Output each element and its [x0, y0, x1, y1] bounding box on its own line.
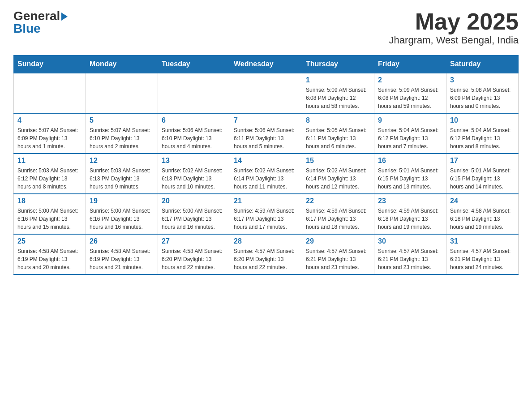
calendar-header-tuesday: Tuesday	[158, 56, 230, 73]
calendar-cell: 21Sunrise: 4:59 AM Sunset: 6:17 PM Dayli…	[230, 194, 302, 234]
day-number: 10	[450, 116, 515, 124]
calendar-cell: 5Sunrise: 5:07 AM Sunset: 6:10 PM Daylig…	[86, 113, 158, 154]
calendar-cell: 3Sunrise: 5:08 AM Sunset: 6:09 PM Daylig…	[446, 73, 519, 113]
calendar-header-row: SundayMondayTuesdayWednesdayThursdayFrid…	[14, 56, 519, 73]
calendar-cell: 11Sunrise: 5:03 AM Sunset: 6:12 PM Dayli…	[14, 154, 86, 194]
day-info: Sunrise: 5:02 AM Sunset: 6:14 PM Dayligh…	[234, 167, 298, 191]
calendar-header-thursday: Thursday	[302, 56, 374, 73]
calendar-cell: 8Sunrise: 5:05 AM Sunset: 6:11 PM Daylig…	[302, 113, 374, 154]
day-number: 2	[378, 76, 442, 84]
calendar-cell: 30Sunrise: 4:57 AM Sunset: 6:21 PM Dayli…	[374, 234, 446, 274]
day-number: 5	[90, 116, 154, 124]
calendar-cell: 23Sunrise: 4:59 AM Sunset: 6:18 PM Dayli…	[374, 194, 446, 234]
day-info: Sunrise: 5:04 AM Sunset: 6:12 PM Dayligh…	[450, 126, 515, 150]
calendar-cell: 6Sunrise: 5:06 AM Sunset: 6:10 PM Daylig…	[158, 113, 230, 154]
day-number: 29	[306, 237, 370, 245]
day-info: Sunrise: 4:59 AM Sunset: 6:17 PM Dayligh…	[306, 207, 370, 231]
day-info: Sunrise: 4:58 AM Sunset: 6:20 PM Dayligh…	[162, 247, 226, 271]
day-number: 9	[378, 116, 442, 124]
calendar-cell: 19Sunrise: 5:00 AM Sunset: 6:16 PM Dayli…	[86, 194, 158, 234]
day-number: 6	[162, 116, 226, 124]
calendar-cell: 14Sunrise: 5:02 AM Sunset: 6:14 PM Dayli…	[230, 154, 302, 194]
calendar-week-row-4: 18Sunrise: 5:00 AM Sunset: 6:16 PM Dayli…	[14, 194, 519, 234]
location-subtitle: Jhargram, West Bengal, India	[389, 34, 519, 46]
day-number: 18	[17, 197, 82, 205]
day-info: Sunrise: 5:03 AM Sunset: 6:12 PM Dayligh…	[17, 167, 82, 191]
day-number: 20	[162, 197, 226, 205]
calendar-cell	[14, 73, 86, 113]
calendar-cell: 1Sunrise: 5:09 AM Sunset: 6:08 PM Daylig…	[302, 73, 374, 113]
day-number: 15	[306, 157, 370, 165]
day-number: 31	[450, 237, 515, 245]
day-number: 11	[17, 157, 82, 165]
day-info: Sunrise: 5:06 AM Sunset: 6:11 PM Dayligh…	[234, 126, 298, 150]
day-number: 19	[90, 197, 154, 205]
calendar-cell: 24Sunrise: 4:58 AM Sunset: 6:18 PM Dayli…	[446, 194, 519, 234]
day-number: 25	[17, 237, 82, 245]
day-number: 22	[306, 197, 370, 205]
calendar-cell: 15Sunrise: 5:02 AM Sunset: 6:14 PM Dayli…	[302, 154, 374, 194]
month-year-title: May 2025	[389, 9, 519, 34]
day-info: Sunrise: 4:59 AM Sunset: 6:18 PM Dayligh…	[378, 207, 442, 231]
day-number: 30	[378, 237, 442, 245]
day-info: Sunrise: 5:09 AM Sunset: 6:08 PM Dayligh…	[306, 86, 370, 110]
day-info: Sunrise: 4:58 AM Sunset: 6:19 PM Dayligh…	[17, 247, 82, 271]
day-info: Sunrise: 4:58 AM Sunset: 6:19 PM Dayligh…	[90, 247, 154, 271]
day-number: 3	[450, 76, 515, 84]
calendar-cell: 4Sunrise: 5:07 AM Sunset: 6:09 PM Daylig…	[14, 113, 86, 154]
day-info: Sunrise: 4:57 AM Sunset: 6:21 PM Dayligh…	[378, 247, 442, 271]
day-number: 8	[306, 116, 370, 124]
day-info: Sunrise: 5:03 AM Sunset: 6:13 PM Dayligh…	[90, 167, 154, 191]
day-number: 16	[378, 157, 442, 165]
calendar-cell	[158, 73, 230, 113]
calendar-header-friday: Friday	[374, 56, 446, 73]
day-info: Sunrise: 4:58 AM Sunset: 6:18 PM Dayligh…	[450, 207, 515, 231]
calendar-cell: 26Sunrise: 4:58 AM Sunset: 6:19 PM Dayli…	[86, 234, 158, 274]
day-info: Sunrise: 4:57 AM Sunset: 6:21 PM Dayligh…	[450, 247, 515, 271]
calendar-cell: 20Sunrise: 5:00 AM Sunset: 6:17 PM Dayli…	[158, 194, 230, 234]
calendar-header-wednesday: Wednesday	[230, 56, 302, 73]
day-number: 14	[234, 157, 298, 165]
calendar-week-row-1: 1Sunrise: 5:09 AM Sunset: 6:08 PM Daylig…	[14, 73, 519, 113]
day-info: Sunrise: 4:57 AM Sunset: 6:20 PM Dayligh…	[234, 247, 298, 271]
calendar-cell: 2Sunrise: 5:09 AM Sunset: 6:08 PM Daylig…	[374, 73, 446, 113]
day-info: Sunrise: 5:09 AM Sunset: 6:08 PM Dayligh…	[378, 86, 442, 110]
calendar-header-monday: Monday	[86, 56, 158, 73]
day-number: 12	[90, 157, 154, 165]
calendar-cell: 10Sunrise: 5:04 AM Sunset: 6:12 PM Dayli…	[446, 113, 519, 154]
day-number: 1	[306, 76, 370, 84]
day-number: 24	[450, 197, 515, 205]
day-info: Sunrise: 5:07 AM Sunset: 6:10 PM Dayligh…	[90, 126, 154, 150]
day-number: 7	[234, 116, 298, 124]
day-info: Sunrise: 5:06 AM Sunset: 6:10 PM Dayligh…	[162, 126, 226, 150]
calendar-cell: 9Sunrise: 5:04 AM Sunset: 6:12 PM Daylig…	[374, 113, 446, 154]
calendar-header-saturday: Saturday	[446, 56, 519, 73]
day-number: 13	[162, 157, 226, 165]
calendar-header-sunday: Sunday	[14, 56, 86, 73]
title-section: May 2025 Jhargram, West Bengal, India	[389, 9, 519, 46]
logo-blue-text: Blue	[13, 21, 41, 35]
calendar-cell: 31Sunrise: 4:57 AM Sunset: 6:21 PM Dayli…	[446, 234, 519, 274]
day-info: Sunrise: 5:01 AM Sunset: 6:15 PM Dayligh…	[450, 167, 515, 191]
day-info: Sunrise: 5:00 AM Sunset: 6:17 PM Dayligh…	[162, 207, 226, 231]
day-info: Sunrise: 4:59 AM Sunset: 6:17 PM Dayligh…	[234, 207, 298, 231]
day-number: 26	[90, 237, 154, 245]
calendar-week-row-3: 11Sunrise: 5:03 AM Sunset: 6:12 PM Dayli…	[14, 154, 519, 194]
day-info: Sunrise: 5:00 AM Sunset: 6:16 PM Dayligh…	[17, 207, 82, 231]
day-info: Sunrise: 5:04 AM Sunset: 6:12 PM Dayligh…	[378, 126, 442, 150]
day-info: Sunrise: 5:02 AM Sunset: 6:14 PM Dayligh…	[306, 167, 370, 191]
day-number: 28	[234, 237, 298, 245]
calendar-cell: 16Sunrise: 5:01 AM Sunset: 6:15 PM Dayli…	[374, 154, 446, 194]
calendar-week-row-5: 25Sunrise: 4:58 AM Sunset: 6:19 PM Dayli…	[14, 234, 519, 274]
day-info: Sunrise: 5:08 AM Sunset: 6:09 PM Dayligh…	[450, 86, 515, 110]
logo: General Blue	[13, 9, 68, 36]
day-info: Sunrise: 4:57 AM Sunset: 6:21 PM Dayligh…	[306, 247, 370, 271]
day-info: Sunrise: 5:01 AM Sunset: 6:15 PM Dayligh…	[378, 167, 442, 191]
page-header: General Blue May 2025 Jhargram, West Ben…	[13, 9, 519, 46]
day-number: 27	[162, 237, 226, 245]
day-number: 21	[234, 197, 298, 205]
calendar-cell	[86, 73, 158, 113]
day-number: 4	[17, 116, 82, 124]
day-info: Sunrise: 5:07 AM Sunset: 6:09 PM Dayligh…	[17, 126, 82, 150]
calendar-week-row-2: 4Sunrise: 5:07 AM Sunset: 6:09 PM Daylig…	[14, 113, 519, 154]
